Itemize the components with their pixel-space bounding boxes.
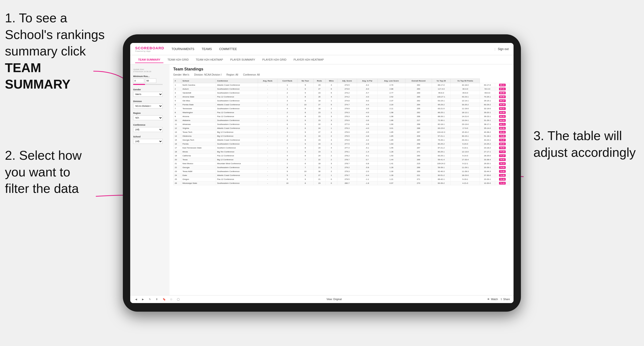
toolbar-back-btn[interactable]: ◀ bbox=[134, 297, 138, 301]
table-row: 18IllinoisBig Ten Conference-19231279.1-… bbox=[174, 150, 510, 154]
tab-player-h2h-heatmap[interactable]: PLAYER H2H HEATMAP bbox=[291, 57, 327, 63]
table-cell: Oregon bbox=[181, 177, 216, 181]
table-cell: 27 bbox=[313, 130, 325, 134]
table-cell: 72-30-1 bbox=[432, 119, 451, 123]
table-cell: - bbox=[258, 126, 278, 130]
table-cell: 267 bbox=[405, 146, 432, 150]
table-cell: 83.49 bbox=[495, 111, 510, 115]
table-cell: 2.52 bbox=[378, 95, 405, 99]
table-cell: 9 bbox=[278, 170, 297, 173]
table-cell: 1.30 bbox=[378, 170, 405, 173]
table-cell: Pac-12 Conference bbox=[216, 154, 258, 158]
slider-bar[interactable] bbox=[133, 84, 163, 85]
table-title: Team Standings bbox=[173, 67, 510, 71]
pill-gender: Gender: Men's bbox=[173, 73, 189, 76]
table-cell: 279.5 bbox=[337, 177, 357, 181]
table-cell: 268 bbox=[405, 115, 432, 119]
filter-minimum-rounds: Minimum Rou... bbox=[133, 75, 166, 85]
toolbar-watch[interactable]: 👁 Watch bbox=[487, 298, 498, 301]
tab-team-summary[interactable]: TEAM SUMMARY bbox=[135, 57, 164, 63]
table-cell: Virginia bbox=[181, 126, 216, 130]
table-cell: 71.13 bbox=[495, 181, 510, 185]
toolbar-share-btn[interactable]: ⬆ bbox=[154, 297, 159, 301]
tablet-device: SCOREBOARD Powered by clippi TOURNAMENTS… bbox=[123, 34, 521, 312]
table-cell: 279.9 bbox=[337, 107, 357, 111]
table-cell: 2.20 bbox=[378, 103, 405, 107]
nav-tournaments[interactable]: TOURNAMENTS bbox=[172, 46, 194, 52]
table-cell: 83.21 bbox=[495, 107, 510, 111]
table-cell: 1 bbox=[325, 166, 337, 170]
filter-conference-select[interactable]: (All) bbox=[133, 127, 163, 132]
table-cell: 278.7 bbox=[337, 162, 357, 166]
toolbar-tab-btn[interactable]: □ bbox=[169, 297, 173, 301]
filter-region-select[interactable]: N/A bbox=[133, 115, 163, 120]
table-cell: 9 bbox=[297, 142, 313, 146]
table-cell: 8 bbox=[297, 95, 313, 99]
table-cell: 8 bbox=[297, 138, 313, 142]
table-row: 2AuburnSoutheastern Conference-19276273.… bbox=[174, 87, 510, 91]
table-cell: 2 bbox=[278, 91, 297, 95]
nav-teams[interactable]: TEAMS bbox=[202, 46, 212, 52]
table-cell: 9 bbox=[297, 173, 313, 177]
table-cell: 269 bbox=[405, 91, 432, 95]
table-cell: 2 bbox=[278, 111, 297, 115]
tab-team-h2h-heatmap[interactable]: TEAM H2H HEATMAP bbox=[193, 57, 226, 63]
table-cell: 276.9 bbox=[337, 119, 357, 123]
filter-max-input[interactable] bbox=[145, 79, 156, 83]
toolbar-refresh-btn[interactable]: ↻ bbox=[148, 297, 152, 301]
table-row: 24DukeAtlantic Coast Conference-59271279… bbox=[174, 173, 510, 177]
table-cell: -4.2 bbox=[357, 138, 378, 142]
table-cell: 69-6-0 bbox=[480, 91, 495, 95]
table-cell: 3 bbox=[325, 123, 337, 126]
table-cell: Southeastern Conference bbox=[216, 107, 258, 111]
table-cell: 4 bbox=[325, 138, 337, 142]
table-cell: 72.88 bbox=[495, 173, 510, 177]
filter-gender-select[interactable]: Men's Women's bbox=[133, 92, 163, 97]
table-cell: Georgia bbox=[181, 166, 216, 170]
table-cell: 5 bbox=[278, 119, 297, 123]
table-cell: 258 bbox=[405, 142, 432, 146]
table-cell: 13 bbox=[174, 130, 181, 134]
instruction-step2: 2. Select how you want to filter the dat… bbox=[5, 147, 82, 197]
tab-player-h2h-grid[interactable]: PLAYER H2H GRID bbox=[260, 57, 290, 63]
table-cell: 85.02 bbox=[495, 142, 510, 146]
table-cell: -5.0 bbox=[357, 99, 378, 103]
instruction-step2-line2: you want to bbox=[5, 165, 70, 179]
sign-out-link[interactable]: Sign out bbox=[498, 47, 508, 51]
table-cell: 80-25-2 bbox=[432, 142, 451, 146]
table-cell: 26 bbox=[313, 95, 325, 99]
filter-min-input[interactable] bbox=[133, 79, 144, 83]
table-cell: 1.55 bbox=[378, 146, 405, 150]
table-cell: 73.42 bbox=[495, 170, 510, 173]
table-cell: 262 bbox=[405, 83, 432, 87]
toolbar-fwd-btn[interactable]: ▶ bbox=[141, 297, 145, 301]
toolbar-view-original[interactable]: View: Original bbox=[326, 298, 342, 301]
table-cell: Atlantic Coast Conference bbox=[216, 83, 258, 87]
toolbar-clock-btn[interactable]: ◯ bbox=[176, 297, 181, 301]
table-cell: 83-15-0 bbox=[432, 126, 451, 130]
table-cell: Pac-12 Conference bbox=[216, 177, 258, 181]
table-cell: 1.98 bbox=[378, 111, 405, 115]
pill-division: Division: NCAA Division I bbox=[194, 73, 222, 76]
filter-division-select[interactable]: NCAA Division I bbox=[133, 104, 163, 108]
table-cell: Southeastern Conference bbox=[216, 170, 258, 173]
toolbar-bookmark-btn[interactable]: 🔖 bbox=[162, 297, 167, 301]
filter-school-select[interactable]: (All) bbox=[133, 139, 163, 144]
table-cell: 267 bbox=[405, 130, 432, 134]
table-cell: 80.94 bbox=[495, 119, 510, 123]
table-cell: 8 bbox=[297, 111, 313, 115]
toolbar-share[interactable]: ⇧ Share bbox=[500, 298, 510, 301]
nav-committee[interactable]: COMMITTEE bbox=[219, 46, 237, 52]
table-cell: Arizona bbox=[181, 115, 216, 119]
tab-team-h2h-grid[interactable]: TEAM H2H GRID bbox=[164, 57, 192, 63]
table-cell: 3 bbox=[325, 119, 337, 123]
table-cell: 11-19-0 bbox=[451, 107, 480, 111]
col-wins: Wins bbox=[325, 79, 337, 83]
table-cell: - bbox=[258, 142, 278, 146]
table-cell: 13-24-1 bbox=[451, 119, 480, 123]
table-row: 13Texas TechBig 12 Conference-19272276.9… bbox=[174, 130, 510, 134]
table-cell: 60-39-2 bbox=[432, 181, 451, 185]
table-cell: Vanderbilt bbox=[181, 91, 216, 95]
table-cell: Mountain West Conference bbox=[216, 162, 258, 166]
tab-player-summary[interactable]: PLAYER SUMMARY bbox=[227, 57, 258, 63]
